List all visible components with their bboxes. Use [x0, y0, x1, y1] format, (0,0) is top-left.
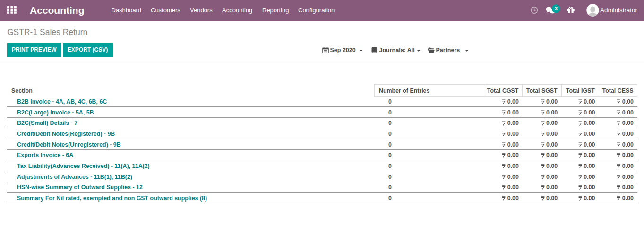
svg-text:3: 3	[555, 6, 558, 11]
